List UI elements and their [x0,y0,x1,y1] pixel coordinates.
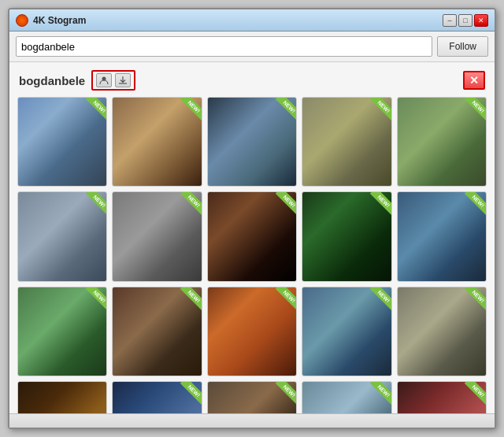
new-badge [361,191,392,222]
images-grid: groovyPost.com [9,97,495,413]
image-cell[interactable] [397,287,487,376]
window-title: 4K Stogram [33,15,86,26]
image-cell[interactable] [112,287,202,376]
image-cell[interactable] [207,191,297,281]
window-close-button[interactable]: ✕ [474,14,488,27]
new-badge [456,97,487,128]
image-cell[interactable] [17,287,107,376]
username-label: bogdanbele [19,74,85,87]
image-cell[interactable]: groovyPost.com [397,381,487,413]
new-badge [266,381,297,412]
delete-user-button[interactable]: ✕ [463,71,485,90]
image-cell[interactable] [302,191,391,281]
image-cell[interactable] [302,97,391,187]
new-badge [172,287,202,317]
new-badge [361,381,392,412]
image-cell[interactable] [207,381,297,413]
toolbar: Follow [9,31,495,62]
main-window: 4K Stogram – □ ✕ Follow bogdanbele [8,8,496,429]
image-cell[interactable] [207,97,297,187]
new-badge [172,381,202,412]
profile-icon-button[interactable] [96,73,112,87]
user-action-icons [91,70,135,91]
new-badge [172,97,202,128]
new-badge [76,97,107,128]
new-badge [456,287,487,317]
new-badge [266,287,297,317]
image-cell[interactable] [17,191,107,281]
new-badge [456,381,487,412]
image-cell[interactable] [397,97,487,187]
new-badge [76,191,107,222]
new-badge [266,191,297,222]
new-badge [361,97,392,128]
content-area[interactable]: bogdanbele ✕ [9,62,495,413]
titlebar: 4K Stogram – □ ✕ [9,9,495,31]
statusbar [9,413,495,428]
maximize-button[interactable]: □ [458,14,472,27]
new-badge [361,287,392,317]
app-icon [16,14,28,27]
image-cell[interactable] [302,287,391,376]
image-cell[interactable] [112,191,202,281]
image-cell[interactable] [112,381,202,413]
image-cell[interactable] [17,381,107,413]
new-badge [266,97,297,128]
new-badge [76,287,107,317]
titlebar-controls: – □ ✕ [443,14,488,27]
image-cell[interactable] [302,381,391,413]
image-cell[interactable] [207,287,297,376]
image-cell[interactable] [397,191,487,281]
titlebar-left: 4K Stogram [16,14,86,27]
new-badge [456,191,487,222]
image-cell[interactable] [112,97,202,187]
new-badge [172,191,202,222]
image-cell[interactable] [17,97,107,187]
download-icon-button[interactable] [115,73,131,87]
user-header-left: bogdanbele [19,70,135,91]
minimize-button[interactable]: – [443,14,457,27]
follow-button[interactable]: Follow [437,36,488,57]
user-header: bogdanbele ✕ [9,62,495,97]
search-input[interactable] [16,36,432,57]
